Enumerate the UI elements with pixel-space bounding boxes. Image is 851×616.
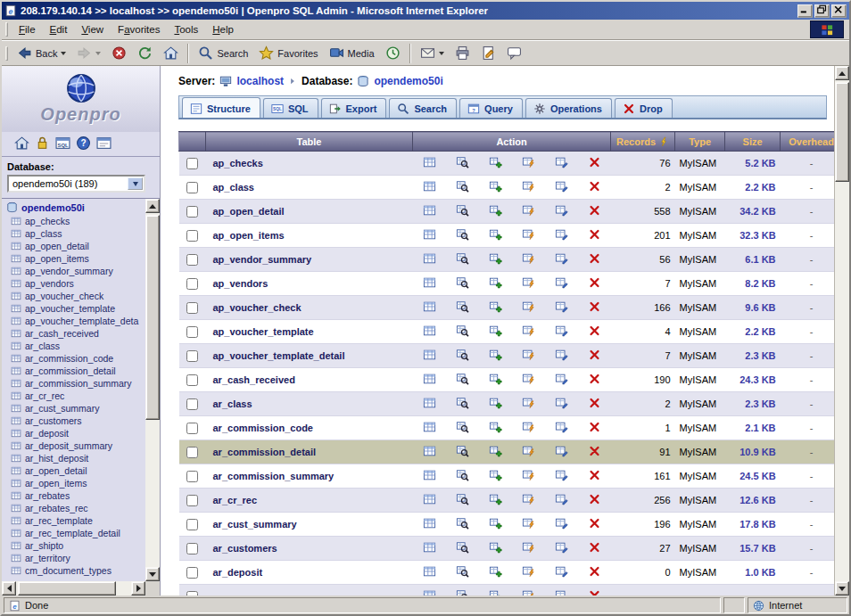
browse-action-button[interactable] [423, 565, 436, 578]
drop-action-button[interactable] [588, 349, 601, 361]
sidebar-table-item[interactable]: ar_deposit_summary [11, 439, 145, 452]
table-name-link[interactable]: ap_vendors [213, 278, 269, 289]
table-name[interactable]: ar_commission_detail [25, 365, 116, 376]
row-checkbox[interactable] [186, 567, 198, 579]
table-name[interactable]: ar_cust_summary [25, 403, 99, 414]
insert-action-button[interactable] [489, 493, 502, 505]
sidebar-table-item[interactable]: ap_vendor_summary [11, 265, 145, 277]
sidebar-table-item[interactable]: ap_voucher_check [11, 290, 145, 302]
row-checkbox[interactable] [186, 182, 198, 193]
scroll-down-button[interactable] [835, 581, 849, 595]
properties-action-button[interactable] [555, 373, 568, 385]
sidebar-table-item[interactable]: ap_class [11, 227, 145, 240]
lock-button[interactable] [35, 136, 50, 151]
drop-action-button[interactable] [588, 493, 601, 505]
empty-action-button[interactable] [522, 493, 535, 505]
browse-action-button[interactable] [423, 228, 436, 241]
table-name[interactable]: ar_deposit_summary [25, 440, 112, 451]
select-action-button[interactable] [456, 541, 469, 554]
browse-action-button[interactable] [423, 349, 436, 361]
menu-item-view[interactable]: View [74, 21, 111, 37]
sidebar-table-item[interactable]: ap_vendors [11, 277, 145, 290]
table-name-link[interactable]: ap_voucher_template [213, 326, 314, 337]
row-checkbox[interactable] [186, 519, 198, 530]
row-checkbox[interactable] [186, 591, 198, 595]
drop-action-button[interactable] [588, 445, 601, 457]
row-checkbox[interactable] [186, 158, 198, 169]
drop-action-button[interactable] [588, 228, 601, 241]
database-link[interactable]: opendemo50i [374, 75, 442, 87]
sidebar-table-item[interactable]: ar_open_items [11, 477, 145, 489]
table-name[interactable]: ap_vendors [25, 278, 74, 289]
table-name[interactable]: ar_rec_template [25, 515, 93, 526]
insert-action-button[interactable] [489, 397, 502, 409]
insert-action-button[interactable] [489, 469, 502, 481]
row-checkbox[interactable] [186, 543, 198, 554]
drop-action-button[interactable] [588, 252, 601, 265]
col-header-records[interactable]: Records [611, 132, 675, 152]
tab-operations[interactable]: Operations [525, 98, 612, 118]
table-name[interactable]: ar_open_detail [25, 465, 87, 476]
browse-action-button[interactable] [423, 156, 436, 168]
select-action-button[interactable] [456, 156, 469, 168]
table-name[interactable]: ar_shipto [25, 540, 63, 551]
print-button[interactable] [450, 42, 475, 64]
empty-action-button[interactable] [522, 517, 535, 530]
tab-query[interactable]: ?Query [459, 98, 523, 118]
browse-action-button[interactable] [423, 300, 436, 313]
insert-action-button[interactable] [489, 252, 502, 265]
empty-action-button[interactable] [522, 469, 535, 481]
insert-action-button[interactable] [489, 517, 502, 530]
row-checkbox[interactable] [186, 206, 198, 218]
scroll-thumb[interactable] [18, 581, 116, 595]
back-button[interactable]: Back [12, 42, 71, 64]
browse-action-button[interactable] [423, 373, 436, 385]
table-name[interactable]: ar_open_items [25, 478, 87, 489]
sidebar-table-item[interactable]: ar_territory [11, 552, 145, 564]
empty-action-button[interactable] [522, 252, 535, 265]
database-select[interactable]: opendemo50i (189) [7, 175, 145, 193]
properties-action-button[interactable] [555, 252, 568, 265]
empty-action-button[interactable] [522, 204, 535, 217]
properties-action-button[interactable] [555, 228, 568, 241]
drop-action-button[interactable] [588, 541, 601, 554]
stop-button[interactable] [106, 42, 132, 64]
sidebar-horizontal-scrollbar[interactable] [2, 581, 145, 595]
sidebar-table-item[interactable]: ar_rec_template [11, 514, 145, 527]
dropdown-arrow-icon[interactable] [128, 177, 143, 190]
browse-action-button[interactable] [423, 541, 436, 554]
table-name-link[interactable]: ar_commission_detail [213, 447, 317, 457]
menu-item-file[interactable]: File [12, 21, 43, 37]
browse-action-button[interactable] [423, 517, 436, 530]
tab-sql[interactable]: SQLSQL [263, 98, 318, 118]
table-name[interactable]: ar_commission_code [25, 353, 113, 364]
browse-action-button[interactable] [423, 252, 436, 265]
scroll-left-button[interactable] [2, 581, 16, 595]
properties-action-button[interactable] [555, 589, 568, 595]
select-action-button[interactable] [456, 421, 469, 433]
table-name-link[interactable]: ar_cr_rec [213, 495, 258, 505]
server-link[interactable]: localhost [236, 75, 284, 87]
properties-action-button[interactable] [555, 324, 568, 337]
discuss-button[interactable] [501, 42, 527, 64]
table-name[interactable]: ap_checks [25, 216, 70, 226]
insert-action-button[interactable] [489, 565, 502, 578]
sidebar-table-item[interactable]: ar_hist_deposit [11, 452, 145, 464]
drop-action-button[interactable] [588, 204, 601, 217]
empty-action-button[interactable] [522, 397, 535, 409]
select-action-button[interactable] [456, 445, 469, 457]
drop-action-button[interactable] [588, 397, 601, 409]
select-action-button[interactable] [456, 204, 469, 217]
favorites-button[interactable]: Favorites [253, 42, 323, 64]
table-name-link[interactable]: ap_voucher_check [213, 302, 302, 313]
close-button[interactable] [831, 4, 847, 18]
menu-item-tools[interactable]: Tools [167, 21, 205, 37]
main-vertical-scrollbar[interactable] [834, 66, 849, 595]
edit-button[interactable] [475, 42, 501, 64]
history-button[interactable] [380, 42, 406, 64]
browse-action-button[interactable] [423, 469, 436, 481]
table-name-link[interactable]: ap_class [213, 182, 254, 193]
table-name[interactable]: ar_cash_received [25, 328, 99, 339]
media-button[interactable]: Media [324, 42, 380, 64]
table-name[interactable]: ar_customers [25, 415, 82, 426]
